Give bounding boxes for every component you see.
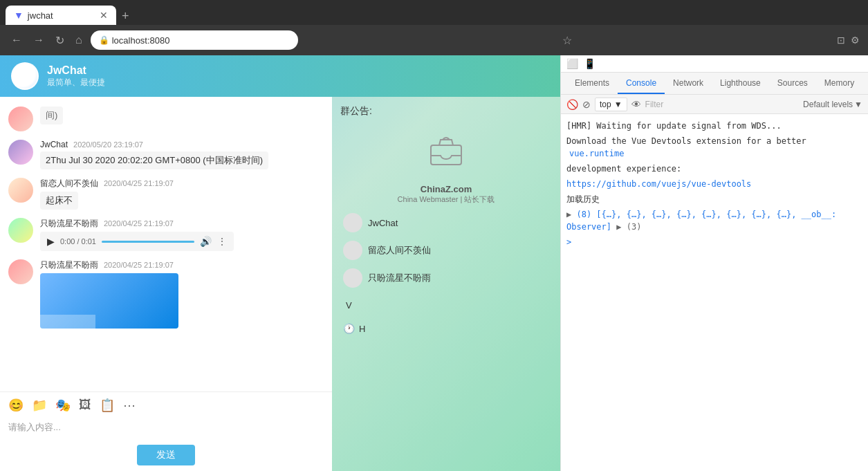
tab-network[interactable]: Network bbox=[665, 73, 712, 94]
console-line-link[interactable]: https://github.com/vuejs/vue-devtools bbox=[566, 178, 862, 190]
input-toolbar: 😊 📁 🎭 🖼 📋 ⋯ bbox=[8, 398, 324, 413]
image-button[interactable]: 🖼 bbox=[79, 398, 91, 413]
eye-icon[interactable]: 👁 bbox=[631, 99, 641, 110]
console-prompt-symbol[interactable]: > bbox=[566, 237, 571, 247]
console-line-history: 加载历史 bbox=[566, 193, 862, 205]
history-title: 加载历史 bbox=[566, 194, 600, 204]
face-button[interactable]: 🎭 bbox=[55, 398, 71, 413]
file-button[interactable]: 📁 bbox=[32, 398, 47, 413]
announcement-icon bbox=[340, 131, 552, 173]
avatar bbox=[8, 178, 33, 203]
announcement-label: 群公告: bbox=[340, 105, 552, 118]
console-stop-icon[interactable]: ⊘ bbox=[582, 99, 591, 110]
devtools-device-icon[interactable]: 📱 bbox=[584, 58, 595, 69]
message-header: 只盼流星不盼雨 2020/04/25 21:19:07 bbox=[40, 259, 324, 271]
emoji-button[interactable]: 😊 bbox=[8, 398, 24, 413]
avatar bbox=[8, 218, 33, 243]
tab-elements[interactable]: Elements bbox=[566, 73, 618, 94]
clear-console-icon[interactable]: 🚫 bbox=[566, 99, 578, 110]
message-time: 2020/04/25 21:19:07 bbox=[104, 219, 174, 228]
play-button[interactable]: ▶ bbox=[47, 236, 55, 247]
tab-console[interactable]: Console bbox=[618, 73, 665, 94]
message-item: 间) bbox=[0, 102, 332, 136]
member-name: 只盼流星不盼雨 bbox=[368, 272, 431, 284]
send-button[interactable]: 发送 bbox=[137, 445, 195, 465]
member-avatar bbox=[343, 213, 362, 232]
message-sender: 只盼流星不盼雨 bbox=[40, 259, 98, 271]
browser-tab[interactable]: ▼ jwchat ✕ bbox=[6, 6, 116, 25]
devtools-link: vue.runtime bbox=[569, 149, 624, 158]
vue-devtools-link[interactable]: https://github.com/vuejs/vue-devtools bbox=[566, 179, 751, 189]
array-2-expand-icon[interactable]: ▶ (3) bbox=[616, 222, 641, 232]
watermark-area: ChinaZ.com China Webmaster | 站长下载 bbox=[340, 184, 552, 205]
chat-body: 间) JwChat 2020/05/20 23:19:07 bbox=[0, 97, 560, 471]
message-item: JwChat 2020/05/20 23:19:07 2Thu Jul 30 2… bbox=[0, 136, 332, 174]
devtools-icons-row: ⬜ 📱 bbox=[561, 55, 868, 73]
audio-time: 0:00 / 0:01 bbox=[60, 237, 96, 246]
log-levels-dropdown[interactable]: Default levels ▼ bbox=[803, 100, 862, 109]
chat-header: JwChat 最简单、最便捷 bbox=[0, 55, 560, 97]
chat-logo bbox=[11, 62, 39, 90]
message-text: 间) bbox=[40, 107, 63, 124]
console-filter: Filter bbox=[645, 100, 799, 109]
message-content: JwChat 2020/05/20 23:19:07 2Thu Jul 30 2… bbox=[40, 140, 324, 169]
message-sender: JwChat bbox=[40, 140, 68, 149]
bookmark-icon[interactable]: ☆ bbox=[562, 34, 572, 47]
nav-history-item: 🕐 H bbox=[340, 320, 552, 337]
cast-icon[interactable]: ⊡ bbox=[837, 35, 845, 46]
content-area: JwChat 最简单、最便捷 间) bbox=[0, 55, 868, 471]
history-label: H bbox=[359, 324, 365, 334]
extensions-icon[interactable]: ⚙ bbox=[851, 35, 860, 46]
devtools-console-toolbar: 🚫 ⊘ top ▼ 👁 Filter Default levels ▼ bbox=[561, 95, 868, 114]
reload-button[interactable]: ↻ bbox=[53, 31, 67, 50]
tab-favicon: ▼ bbox=[14, 10, 24, 21]
context-selector[interactable]: top ▼ bbox=[595, 98, 627, 111]
clipboard-button[interactable]: 📋 bbox=[100, 398, 115, 413]
filter-label: Filter bbox=[645, 100, 664, 109]
message-header: 只盼流星不盼雨 2020/04/25 21:19:07 bbox=[40, 218, 324, 230]
tab-close-button[interactable]: ✕ bbox=[100, 10, 108, 21]
message-input[interactable]: 请输入内容... bbox=[8, 418, 324, 439]
address-input[interactable]: 🔒 localhost:8080 bbox=[91, 30, 298, 50]
avatar bbox=[8, 107, 33, 131]
tab-title: jwchat bbox=[28, 10, 53, 21]
forward-button[interactable]: → bbox=[30, 31, 47, 49]
message-time: 2020/04/25 21:19:07 bbox=[104, 261, 174, 269]
message-sender: 只盼流星不盼雨 bbox=[40, 218, 98, 230]
messages-list[interactable]: 间) JwChat 2020/05/20 23:19:07 bbox=[0, 97, 332, 391]
devtools-inspect-icon[interactable]: ⬜ bbox=[566, 58, 578, 69]
member-list: JwChat 留恋人间不羡仙 只盼流星不盼雨 bbox=[340, 210, 552, 290]
audio-progress-bar[interactable] bbox=[102, 241, 194, 243]
tab-sources[interactable]: Sources bbox=[769, 73, 816, 94]
member-item: JwChat bbox=[340, 210, 552, 235]
tab-lighthouse[interactable]: Lighthouse bbox=[712, 73, 769, 94]
nav-v-item: V bbox=[340, 296, 552, 315]
chat-app: JwChat 最简单、最便捷 间) bbox=[0, 55, 560, 471]
array-expand-icon[interactable]: ▶ bbox=[566, 210, 571, 219]
send-row: 发送 bbox=[8, 445, 324, 465]
audio-player[interactable]: ▶ 0:00 / 0:01 🔊 ⋮ bbox=[40, 232, 234, 251]
member-avatar bbox=[343, 241, 362, 260]
tab-memory[interactable]: Memory bbox=[816, 73, 862, 94]
browser-window: ▼ jwchat ✕ + ← → ↻ ⌂ 🔒 localhost:8080 ☆ … bbox=[0, 0, 868, 471]
more-options-icon[interactable]: ⋮ bbox=[217, 236, 227, 247]
message-item: 只盼流星不盼雨 2020/04/25 21:19:07 ▶ 0:00 / 0:0… bbox=[0, 214, 332, 255]
message-header: 留恋人间不羡仙 2020/04/25 21:19:07 bbox=[40, 178, 324, 190]
message-item: 留恋人间不羡仙 2020/04/25 21:19:07 起床不 bbox=[0, 174, 332, 214]
right-panel: 群公告: ChinaZ.com China Webmaster | bbox=[332, 97, 560, 471]
lock-icon: 🔒 bbox=[99, 35, 109, 45]
message-header: JwChat 2020/05/20 23:19:07 bbox=[40, 140, 324, 149]
volume-icon[interactable]: 🔊 bbox=[200, 236, 212, 247]
back-button[interactable]: ← bbox=[8, 31, 25, 49]
message-text: 2Thu Jul 30 2020 20:02:20 GMT+0800 (中国标准… bbox=[40, 151, 268, 169]
address-text: localhost:8080 bbox=[112, 35, 170, 46]
new-tab-button[interactable]: + bbox=[116, 9, 135, 24]
message-image[interactable] bbox=[40, 273, 178, 329]
devtools-text-1: Download the Vue Devtools extension for … bbox=[566, 136, 806, 146]
console-line-devtools-2: development experience: bbox=[566, 163, 862, 175]
watermark-url: ChinaZ.com bbox=[340, 184, 552, 194]
home-button[interactable]: ⌂ bbox=[73, 31, 85, 49]
more-button[interactable]: ⋯ bbox=[123, 398, 136, 413]
nav-v-letter: V bbox=[343, 299, 355, 312]
messages-panel: 间) JwChat 2020/05/20 23:19:07 bbox=[0, 97, 332, 471]
